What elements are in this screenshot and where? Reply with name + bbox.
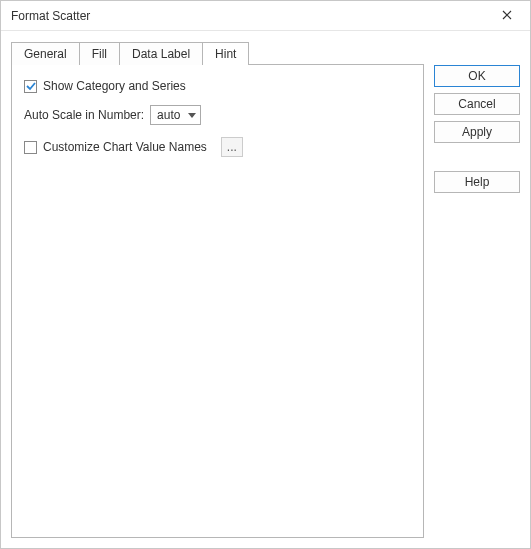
format-scatter-dialog: Format Scatter General Fill Data Label H…	[0, 0, 531, 549]
ellipsis-icon: ...	[227, 140, 237, 154]
check-icon	[26, 81, 36, 91]
button-label: Help	[465, 175, 490, 189]
tab-fill[interactable]: Fill	[79, 42, 120, 65]
cancel-button[interactable]: Cancel	[434, 93, 520, 115]
help-button[interactable]: Help	[434, 171, 520, 193]
tab-general[interactable]: General	[11, 42, 80, 65]
button-gap	[434, 149, 520, 165]
right-button-pane: OK Cancel Apply Help	[434, 41, 520, 538]
auto-scale-row: Auto Scale in Number: auto	[24, 105, 411, 125]
tab-label: Fill	[92, 47, 107, 61]
show-category-label: Show Category and Series	[43, 79, 186, 93]
button-label: OK	[468, 69, 485, 83]
customize-row: Customize Chart Value Names ...	[24, 137, 411, 157]
titlebar: Format Scatter	[1, 1, 530, 31]
dialog-body: General Fill Data Label Hint Show Cat	[1, 31, 530, 548]
customize-checkbox[interactable]	[24, 141, 37, 154]
button-label: Apply	[462, 125, 492, 139]
customize-label: Customize Chart Value Names	[43, 140, 207, 154]
hint-tab-content: Show Category and Series Auto Scale in N…	[11, 64, 424, 538]
tab-label: Data Label	[132, 47, 190, 61]
tab-data-label[interactable]: Data Label	[119, 42, 203, 65]
tab-label: General	[24, 47, 67, 61]
auto-scale-label: Auto Scale in Number:	[24, 108, 144, 122]
tab-label: Hint	[215, 47, 236, 61]
show-category-row: Show Category and Series	[24, 79, 411, 93]
close-button[interactable]	[490, 4, 524, 28]
left-pane: General Fill Data Label Hint Show Cat	[11, 41, 424, 538]
auto-scale-value: auto	[157, 108, 180, 122]
tabs-row: General Fill Data Label Hint	[11, 41, 424, 65]
dialog-title: Format Scatter	[11, 9, 90, 23]
apply-button[interactable]: Apply	[434, 121, 520, 143]
close-icon	[502, 9, 512, 23]
ok-button[interactable]: OK	[434, 65, 520, 87]
customize-ellipsis-button[interactable]: ...	[221, 137, 243, 157]
show-category-checkbox[interactable]	[24, 80, 37, 93]
tab-hint[interactable]: Hint	[202, 42, 249, 65]
chevron-down-icon	[188, 108, 196, 122]
auto-scale-select[interactable]: auto	[150, 105, 201, 125]
button-label: Cancel	[458, 97, 495, 111]
